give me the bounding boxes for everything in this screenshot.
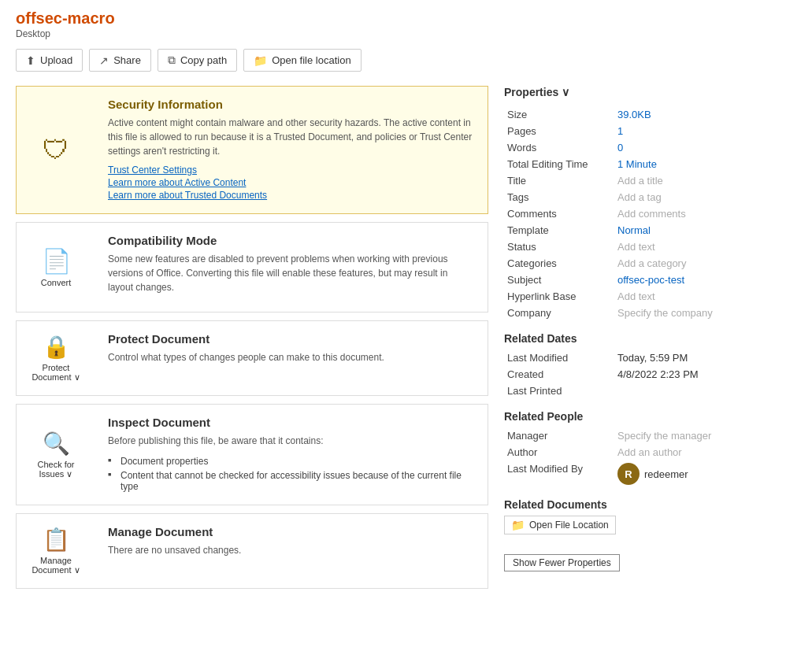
prop-value[interactable]: Specify the company bbox=[614, 305, 796, 321]
author-value: Add an author bbox=[614, 444, 796, 460]
property-row: CompanySpecify the company bbox=[504, 305, 796, 321]
prop-label: Title bbox=[504, 172, 614, 189]
avatar: R bbox=[617, 463, 640, 485]
manage-icon: 📋 bbox=[43, 527, 70, 553]
open-file-location-button[interactable]: 📁 Open file location bbox=[243, 49, 361, 72]
app-title: offsec-macro bbox=[16, 9, 796, 28]
manage-content: Manage Document There are no unsaved cha… bbox=[95, 514, 488, 588]
left-panel: 🛡 Security Information Active content mi… bbox=[16, 86, 488, 654]
inspect-label[interactable]: Check for Issues ∨ bbox=[37, 460, 74, 479]
property-row: CommentsAdd comments bbox=[504, 205, 796, 222]
prop-value: 39.0KB bbox=[614, 106, 796, 123]
prop-label: Tags bbox=[504, 189, 614, 205]
manage-label[interactable]: Manage Document ∨ bbox=[32, 556, 80, 575]
prop-value[interactable]: Add comments bbox=[614, 205, 796, 222]
property-row: TemplateNormal bbox=[504, 222, 796, 239]
right-panel: Properties ∨ Size39.0KBPages1Words0Total… bbox=[504, 86, 796, 654]
manager-row: Manager Specify the manager bbox=[504, 427, 796, 444]
inspect-title: Inspect Document bbox=[108, 416, 475, 429]
protect-icon-area: 🔒 Protect Document ∨ bbox=[17, 321, 95, 395]
open-file-location-icon: 📁 bbox=[511, 519, 525, 531]
property-row: Pages1 bbox=[504, 123, 796, 139]
prop-label: Subject bbox=[504, 272, 614, 288]
protect-section: 🔒 Protect Document ∨ Protect Document Co… bbox=[16, 320, 488, 396]
prop-value: 1 bbox=[614, 123, 796, 139]
manager-label: Manager bbox=[504, 427, 614, 444]
related-docs-header: Related Documents bbox=[504, 498, 796, 511]
folder-icon: 📁 bbox=[254, 54, 267, 67]
last-modified-by-value: R redeemer bbox=[614, 460, 796, 487]
copy-path-button[interactable]: ⧉ Copy path bbox=[158, 49, 237, 72]
protect-description: Control what types of changes people can… bbox=[108, 350, 475, 364]
protect-title: Protect Document bbox=[108, 332, 475, 346]
property-row: TitleAdd a title bbox=[504, 172, 796, 189]
properties-header[interactable]: Properties ∨ bbox=[504, 86, 796, 98]
share-button[interactable]: ↗ Share bbox=[89, 49, 151, 72]
related-people-header: Related People bbox=[504, 410, 796, 423]
compatibility-title: Compatibility Mode bbox=[108, 234, 475, 247]
property-row: StatusAdd text bbox=[504, 239, 796, 255]
date-row: Last ModifiedToday, 5:59 PM bbox=[504, 349, 796, 366]
prop-value[interactable]: Add text bbox=[614, 288, 796, 305]
property-row: Size39.0KB bbox=[504, 106, 796, 123]
manager-value: Specify the manager bbox=[614, 427, 796, 444]
upload-button[interactable]: ⬆ Upload bbox=[16, 49, 83, 72]
date-row: Created4/8/2022 2:23 PM bbox=[504, 366, 796, 383]
last-modified-by-row: Last Modified By R redeemer bbox=[504, 460, 796, 487]
inspect-section: 🔍 Check for Issues ∨ Inspect Document Be… bbox=[16, 404, 488, 505]
learn-trusted-documents-link[interactable]: Learn more about Trusted Documents bbox=[108, 190, 475, 201]
app-subtitle: Desktop bbox=[16, 28, 796, 39]
prop-value[interactable]: Add a tag bbox=[614, 189, 796, 205]
show-fewer-properties-button[interactable]: Show Fewer Properties bbox=[504, 554, 620, 571]
inspect-before-publish: Before publishing this file, be aware th… bbox=[108, 434, 475, 448]
person-row: R redeemer bbox=[617, 463, 793, 485]
prop-label: Template bbox=[504, 222, 614, 239]
prop-label: Size bbox=[504, 106, 614, 123]
inspect-item-1: Document properties bbox=[108, 454, 475, 468]
properties-table: Size39.0KBPages1Words0Total Editing Time… bbox=[504, 106, 796, 321]
date-value: 4/8/2022 2:23 PM bbox=[614, 366, 796, 383]
copy-icon: ⧉ bbox=[168, 54, 176, 67]
prop-value: Normal bbox=[614, 222, 796, 239]
author-label: Author bbox=[504, 444, 614, 460]
prop-value: 1 Minute bbox=[614, 156, 796, 172]
inspect-icon-area: 🔍 Check for Issues ∨ bbox=[17, 405, 95, 505]
security-section: 🛡 Security Information Active content mi… bbox=[16, 86, 488, 214]
main-layout: 🛡 Security Information Active content mi… bbox=[0, 78, 812, 662]
date-label: Created bbox=[504, 366, 614, 383]
inspect-icon: 🔍 bbox=[43, 431, 70, 457]
prop-value[interactable]: Add a title bbox=[614, 172, 796, 189]
prop-label: Categories bbox=[504, 255, 614, 272]
prop-label: Company bbox=[504, 305, 614, 321]
open-file-location-btn[interactable]: 📁 Open File Location bbox=[504, 516, 616, 534]
security-title: Security Information bbox=[108, 98, 475, 111]
property-row: CategoriesAdd a category bbox=[504, 255, 796, 272]
word-convert-icon: 📄 bbox=[42, 247, 71, 275]
manage-section: 📋 Manage Document ∨ Manage Document Ther… bbox=[16, 513, 488, 589]
manage-icon-area: 📋 Manage Document ∨ bbox=[17, 514, 95, 588]
compatibility-icon-area: 📄 Convert bbox=[17, 223, 95, 312]
last-modified-by-label: Last Modified By bbox=[504, 460, 614, 487]
trust-center-settings-link[interactable]: Trust Center Settings bbox=[108, 165, 475, 176]
prop-value[interactable]: Add a category bbox=[614, 255, 796, 272]
related-dates-header: Related Dates bbox=[504, 332, 796, 345]
security-icon-area: 🛡 bbox=[17, 87, 95, 213]
inspect-content: Inspect Document Before publishing this … bbox=[95, 405, 488, 505]
prop-value[interactable]: Add text bbox=[614, 239, 796, 255]
protect-content: Protect Document Control what types of c… bbox=[95, 321, 488, 395]
date-value: Today, 5:59 PM bbox=[614, 349, 796, 366]
inspect-item-2: Content that cannot be checked for acces… bbox=[108, 468, 475, 494]
prop-label: Words bbox=[504, 139, 614, 156]
learn-active-content-link[interactable]: Learn more about Active Content bbox=[108, 177, 475, 188]
convert-label[interactable]: Convert bbox=[41, 278, 72, 287]
manage-description: There are no unsaved changes. bbox=[108, 543, 475, 557]
protect-label[interactable]: Protect Document ∨ bbox=[32, 363, 80, 383]
prop-value: offsec-poc-test bbox=[614, 272, 796, 288]
inspect-list: Document properties Content that cannot … bbox=[108, 454, 475, 494]
date-label: Last Printed bbox=[504, 383, 614, 399]
property-row: Words0 bbox=[504, 139, 796, 156]
related-people-table: Manager Specify the manager Author Add a… bbox=[504, 427, 796, 487]
security-content: Security Information Active content migh… bbox=[95, 87, 488, 213]
manage-title: Manage Document bbox=[108, 525, 475, 538]
prop-value: 0 bbox=[614, 139, 796, 156]
